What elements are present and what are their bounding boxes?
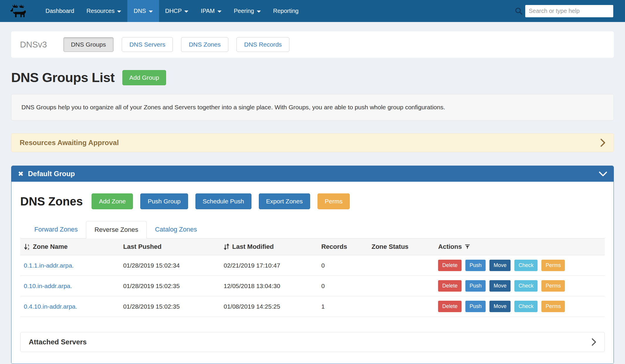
sort-icon xyxy=(224,243,229,250)
perms-row-button[interactable]: Perms xyxy=(541,260,565,271)
page-title: DNS Groups List xyxy=(11,70,115,85)
subnav-dns-records-button[interactable]: DNS Records xyxy=(237,37,289,52)
attached-servers-panel[interactable]: Attached Servers xyxy=(20,332,605,352)
global-search xyxy=(514,5,613,17)
default-group-header[interactable]: ✖ Default Group xyxy=(11,166,614,182)
last-modified-cell: 01/08/2019 14:25:25 xyxy=(220,303,318,310)
caret-down-icon xyxy=(217,11,222,13)
top-navbar: Dashboard Resources DNS DHCP IPAM Peerin… xyxy=(0,0,625,22)
dns-zones-toolbar: DNS Zones Add Zone Push Group Schedule P… xyxy=(20,193,605,209)
perms-button[interactable]: Perms xyxy=(317,193,350,209)
svg-text:2: 2 xyxy=(28,247,29,250)
group-panel-body: DNS Zones Add Zone Push Group Schedule P… xyxy=(11,182,614,364)
delete-button[interactable]: Delete xyxy=(438,301,462,312)
move-button[interactable]: Move xyxy=(489,301,511,312)
nav-reporting[interactable]: Reporting xyxy=(267,0,305,22)
caret-down-icon xyxy=(117,11,121,13)
zone-status-header[interactable]: Zone Status xyxy=(368,243,435,251)
nav-dhcp[interactable]: DHCP xyxy=(159,0,195,22)
zone-name-cell: 0.4.10.in-addr.arpa. xyxy=(20,303,120,310)
last-modified-cell: 12/05/2018 13:04:30 xyxy=(220,283,318,290)
nav-dashboard[interactable]: Dashboard xyxy=(39,0,80,22)
push-button[interactable]: Push xyxy=(465,260,486,271)
approval-title: Resources Awaiting Approval xyxy=(20,139,119,147)
last-pushed-cell: 01/28/2019 15:02:34 xyxy=(120,262,220,269)
last-modified-cell: 02/21/2019 17:10:47 xyxy=(220,262,318,269)
export-zones-button[interactable]: Export Zones xyxy=(259,193,310,209)
dnsv3-subnav: DNSv3 DNS Groups DNS Servers DNS Zones D… xyxy=(11,31,614,58)
resources-awaiting-approval-panel[interactable]: Resources Awaiting Approval xyxy=(11,133,614,152)
tab-forward-zones[interactable]: Forward Zones xyxy=(26,221,86,238)
nav-peering[interactable]: Peering xyxy=(228,0,267,22)
add-zone-button[interactable]: Add Zone xyxy=(92,193,133,209)
tab-catalog-zones[interactable]: Catalog Zones xyxy=(147,221,205,238)
actions-header: Actions xyxy=(435,243,605,251)
records-cell: 0 xyxy=(318,283,368,290)
dns-zones-title: DNS Zones xyxy=(20,195,83,208)
delete-button[interactable]: Delete xyxy=(438,280,462,292)
last-pushed-header[interactable]: Last Pushed xyxy=(120,243,220,251)
caret-down-icon xyxy=(257,11,261,13)
default-group-panel: ✖ Default Group DNS Zones Add Zone Push … xyxy=(11,166,614,364)
subnav-dns-groups-button[interactable]: DNS Groups xyxy=(63,37,114,52)
search-icon xyxy=(514,7,523,16)
records-header[interactable]: Records xyxy=(318,243,368,251)
perms-row-button[interactable]: Perms xyxy=(541,280,565,292)
table-row: 0.10.in-addr.arpa. 01/28/2019 15:02:35 1… xyxy=(20,276,605,296)
perms-row-button[interactable]: Perms xyxy=(541,301,565,312)
table-row: 0.4.10.in-addr.arpa. 01/28/2019 15:02:35… xyxy=(20,296,605,317)
subnav-dns-zones-button[interactable]: DNS Zones xyxy=(181,37,228,52)
records-cell: 1 xyxy=(318,303,368,310)
page-description: DNS Groups help you to organize all of y… xyxy=(11,94,614,120)
search-input[interactable] xyxy=(525,5,613,17)
zone-name-cell: 0.10.in-addr.arpa. xyxy=(20,283,120,290)
zone-name-header[interactable]: 1 2 Zone Name xyxy=(20,243,120,251)
subnav-dns-servers-button[interactable]: DNS Servers xyxy=(122,37,173,52)
move-button[interactable]: Move xyxy=(489,260,511,271)
caret-down-icon xyxy=(184,11,188,13)
zone-tabs: Forward Zones Reverse Zones Catalog Zone… xyxy=(20,221,605,239)
check-button[interactable]: Check xyxy=(514,280,538,292)
nav-resources[interactable]: Resources xyxy=(80,0,128,22)
dnsv3-label: DNSv3 xyxy=(20,40,47,50)
push-group-button[interactable]: Push Group xyxy=(140,193,188,209)
last-modified-header[interactable]: Last Modified xyxy=(220,243,318,251)
group-title: Default Group xyxy=(28,170,75,178)
check-button[interactable]: Check xyxy=(514,301,538,312)
attached-servers-title: Attached Servers xyxy=(29,338,87,346)
chevron-right-icon[interactable] xyxy=(592,338,596,346)
nav-dns[interactable]: DNS xyxy=(127,0,159,22)
caret-down-icon xyxy=(149,11,153,13)
moose-logo[interactable] xyxy=(10,4,27,19)
schedule-push-button[interactable]: Schedule Push xyxy=(195,193,251,209)
close-icon[interactable]: ✖ xyxy=(18,170,23,178)
chevron-right-icon[interactable] xyxy=(600,139,605,147)
records-cell: 0 xyxy=(318,262,368,269)
push-button[interactable]: Push xyxy=(465,280,486,292)
actions-cell: Delete Push Move Check Perms xyxy=(435,260,605,271)
moose-icon xyxy=(10,4,27,19)
nav-ipam[interactable]: IPAM xyxy=(195,0,227,22)
sort-numeric-icon: 1 2 xyxy=(24,243,30,250)
zone-link[interactable]: 0.10.in-addr.arpa. xyxy=(24,283,72,290)
push-button[interactable]: Push xyxy=(465,301,486,312)
svg-text:1: 1 xyxy=(28,244,29,247)
zones-table-header: 1 2 Zone Name Last Pushed Last Modified xyxy=(20,239,605,255)
zone-link[interactable]: 0.1.1.in-addr.arpa. xyxy=(24,262,74,269)
last-pushed-cell: 01/28/2019 15:02:35 xyxy=(120,303,220,310)
actions-cell: Delete Push Move Check Perms xyxy=(435,280,605,292)
move-button[interactable]: Move xyxy=(489,280,511,292)
actions-cell: Delete Push Move Check Perms xyxy=(435,301,605,312)
zone-link[interactable]: 0.4.10.in-addr.arpa. xyxy=(24,303,77,310)
add-group-button[interactable]: Add Group xyxy=(122,70,166,85)
zone-name-cell: 0.1.1.in-addr.arpa. xyxy=(20,262,120,269)
chevron-down-icon[interactable] xyxy=(599,171,607,176)
check-button[interactable]: Check xyxy=(514,260,538,271)
page-header: DNS Groups List Add Group xyxy=(11,70,614,85)
table-row: 0.1.1.in-addr.arpa. 01/28/2019 15:02:34 … xyxy=(20,255,605,276)
delete-button[interactable]: Delete xyxy=(438,260,462,271)
filter-icon[interactable] xyxy=(464,244,470,250)
tab-reverse-zones[interactable]: Reverse Zones xyxy=(86,221,147,239)
last-pushed-cell: 01/28/2019 15:02:35 xyxy=(120,283,220,290)
main-nav: Dashboard Resources DNS DHCP IPAM Peerin… xyxy=(39,0,305,22)
